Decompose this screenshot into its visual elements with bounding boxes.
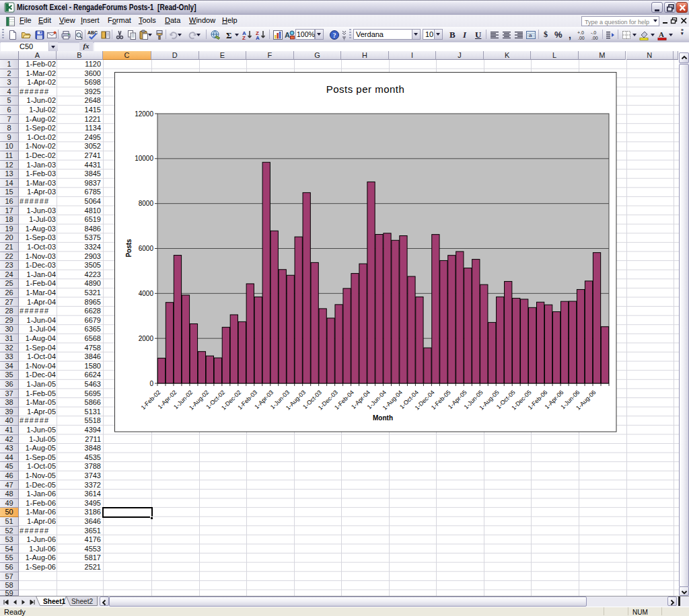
svg-text:-.0: -.0 <box>591 30 596 35</box>
svg-text:2000: 2000 <box>139 335 154 342</box>
svg-text:Posts: Posts <box>125 239 133 258</box>
svg-text:12000: 12000 <box>135 110 153 118</box>
svg-text:8000: 8000 <box>139 200 154 207</box>
svg-text:Posts per month: Posts per month <box>326 83 405 95</box>
svg-text:10000: 10000 <box>135 155 153 162</box>
svg-text:4000: 4000 <box>139 290 154 297</box>
svg-text:A: A <box>659 30 664 38</box>
svg-text:A: A <box>256 35 260 40</box>
svg-text:.00: .00 <box>591 36 598 40</box>
svg-text:?: ? <box>333 32 336 39</box>
svg-text:Month: Month <box>373 414 393 422</box>
svg-text:Σ: Σ <box>226 30 232 40</box>
svg-text:+.0: +.0 <box>577 30 584 35</box>
svg-text:A: A <box>285 31 290 39</box>
svg-text:a: a <box>529 32 532 38</box>
svg-text:Z: Z <box>242 35 246 40</box>
svg-text:6000: 6000 <box>139 245 154 252</box>
svg-text:.00: .00 <box>578 36 585 40</box>
svg-text:0: 0 <box>149 380 153 387</box>
